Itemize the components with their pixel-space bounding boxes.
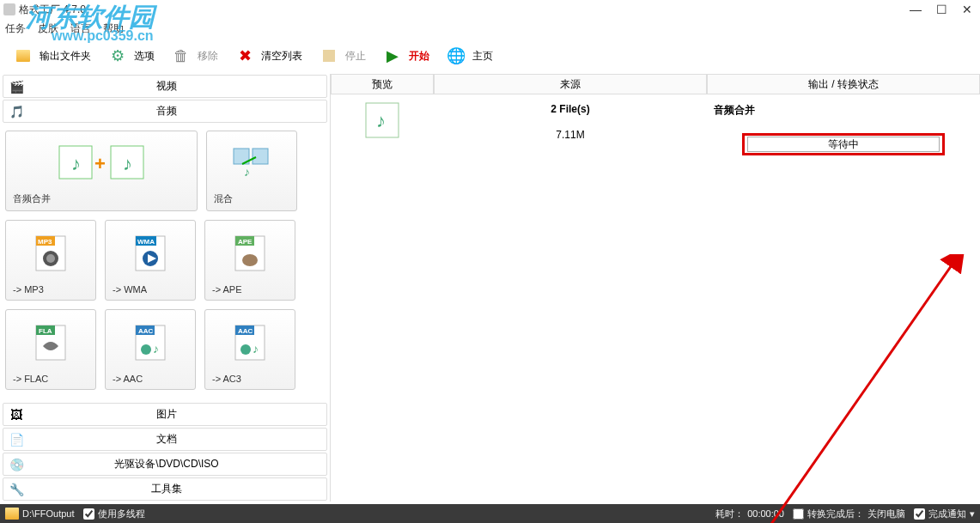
app-icon [3, 3, 15, 15]
svg-point-21 [242, 254, 258, 266]
play-icon: ▶ [380, 43, 405, 69]
multithread-label: 使用多线程 [98, 508, 145, 520]
svg-text:♪: ♪ [244, 165, 250, 179]
folder-icon [10, 43, 36, 69]
category-audio[interactable]: 🎵 音频 [3, 100, 327, 123]
toolbar: 输出文件夹 ⚙ 选项 🗑 移除 ✖ 清空列表 停止 ▶ 开始 🌐 主页 [0, 38, 980, 74]
menu-help[interactable]: 帮助 [103, 21, 124, 36]
maximize-button[interactable]: ☐ [928, 0, 954, 19]
svg-point-28 [141, 344, 151, 355]
col-source[interactable]: 来源 [434, 74, 707, 94]
tile-mp3[interactable]: MP3 -> MP3 [5, 220, 96, 301]
svg-text:APE: APE [238, 238, 253, 246]
remove-button[interactable]: 🗑 移除 [163, 41, 223, 70]
close-button[interactable]: ✕ [954, 0, 980, 19]
film-icon: 🎬 [7, 78, 26, 95]
tile-aac-label: -> AAC [106, 374, 143, 384]
music-icon: 🎵 [7, 103, 26, 120]
output-folder-button[interactable]: 输出文件夹 [5, 41, 96, 70]
globe-icon: 🌐 [443, 43, 469, 69]
tile-audio-merge[interactable]: ♪+♪ 音频合并 [5, 131, 198, 211]
tile-ac3[interactable]: AAC♪ -> AC3 [204, 309, 295, 390]
category-picture-label: 图片 [29, 407, 326, 422]
stop-icon [316, 43, 342, 69]
category-rom[interactable]: 💿 光驱设备\DVD\CD\ISO [3, 453, 327, 476]
tile-ape-label: -> APE [205, 284, 242, 295]
category-toolset-label: 工具集 [29, 482, 326, 496]
output-path-section[interactable]: D:\FFOutput [5, 508, 75, 520]
options-button[interactable]: ⚙ 选项 [100, 41, 160, 70]
output-path-text: D:\FFOutput [22, 508, 75, 519]
svg-text:♪: ♪ [376, 110, 386, 131]
col-output[interactable]: 输出 / 转换状态 [707, 74, 980, 94]
category-document[interactable]: 📄 文档 [3, 428, 327, 451]
merge-icon: ♪+♪ [54, 131, 149, 192]
menu-task[interactable]: 任务 [5, 21, 26, 36]
tile-aac[interactable]: AAC♪ -> AAC [105, 309, 196, 390]
task-status-box: 等待中 [747, 137, 940, 152]
multithread-section[interactable]: 使用多线程 [83, 508, 145, 520]
stop-button[interactable]: 停止 [311, 41, 371, 70]
after-convert-value: 关闭电脑 [867, 508, 905, 520]
aac-icon: AAC♪ [127, 310, 173, 374]
svg-text:♪: ♪ [71, 153, 81, 174]
clear-icon: ✖ [232, 43, 258, 69]
col-preview[interactable]: 预览 [331, 74, 434, 94]
options-label: 选项 [134, 49, 155, 64]
notify-checkbox[interactable] [914, 508, 925, 520]
window-controls: — ☐ ✕ [903, 0, 980, 19]
tools-icon: 🔧 [7, 481, 26, 498]
flac-icon: FLA [27, 310, 74, 374]
category-rom-label: 光驱设备\DVD\CD\ISO [29, 457, 326, 471]
svg-text:♪: ♪ [123, 153, 132, 174]
gear-icon: ⚙ [105, 43, 131, 69]
sidebar: 🎬 视频 🎵 音频 ♪+♪ 音频合并 ♪ 混合 MP3 [0, 74, 330, 502]
svg-text:AAC: AAC [138, 327, 154, 335]
tile-mix[interactable]: ♪ 混合 [206, 131, 297, 211]
minimize-button[interactable]: — [903, 0, 928, 19]
elapsed-section: 耗时： 00:00:00 [715, 508, 784, 520]
svg-text:+: + [94, 153, 106, 174]
status-right: 耗时： 00:00:00 转换完成后： 关闭电脑 完成通知 ▾ [715, 508, 975, 520]
category-video[interactable]: 🎬 视频 [3, 75, 327, 98]
start-button[interactable]: ▶ 开始 [374, 41, 435, 70]
task-area: 预览 来源 输出 / 转换状态 ♪ 2 File(s) 7.11M 音频合并 等… [330, 74, 980, 502]
task-row[interactable]: ♪ 2 File(s) 7.11M 音频合并 等待中 [331, 94, 980, 161]
app-title: 格式工厂 4.7.0 [19, 3, 86, 17]
tile-flac[interactable]: FLA -> FLAC [5, 309, 96, 390]
after-convert-label: 转换完成后： [807, 508, 864, 520]
svg-point-33 [240, 344, 251, 355]
menu-language[interactable]: 语言 [70, 21, 91, 36]
category-audio-label: 音频 [29, 104, 326, 119]
disc-icon: 💿 [7, 456, 26, 473]
category-video-label: 视频 [29, 79, 326, 94]
notify-label: 完成通知 [928, 508, 966, 520]
chevron-down-icon[interactable]: ▾ [970, 508, 975, 520]
remove-icon: 🗑 [168, 43, 194, 69]
tile-wma-label: -> WMA [106, 284, 147, 295]
tile-flac-label: -> FLAC [6, 374, 48, 384]
multithread-checkbox[interactable] [83, 508, 94, 520]
task-source: 2 File(s) 7.11M [434, 100, 707, 155]
elapsed-time: 00:00:00 [747, 508, 784, 519]
svg-text:MP3: MP3 [38, 238, 52, 246]
tile-wma[interactable]: WMA -> WMA [105, 220, 196, 301]
notify-section[interactable]: 完成通知 ▾ [914, 508, 975, 520]
menu-bar: 任务 皮肤 语言 帮助 [0, 19, 980, 38]
annotation-arrow [739, 254, 979, 523]
tile-ape[interactable]: APE -> APE [204, 220, 295, 301]
after-convert-checkbox[interactable] [793, 508, 804, 520]
stop-label: 停止 [345, 49, 366, 64]
mix-icon: ♪ [230, 131, 273, 192]
tile-merge-label: 音频合并 [6, 192, 51, 205]
category-picture[interactable]: 🖼 图片 [3, 403, 327, 426]
home-button[interactable]: 🌐 主页 [438, 41, 498, 70]
svg-rect-6 [253, 149, 268, 164]
after-convert-section[interactable]: 转换完成后： 关闭电脑 [793, 508, 905, 520]
start-label: 开始 [409, 49, 429, 64]
task-status-text: 等待中 [828, 137, 859, 152]
tile-ac3-label: -> AC3 [205, 374, 241, 384]
menu-skin[interactable]: 皮肤 [38, 21, 58, 36]
category-toolset[interactable]: 🔧 工具集 [3, 477, 327, 501]
clear-list-button[interactable]: ✖ 清空列表 [227, 41, 307, 70]
